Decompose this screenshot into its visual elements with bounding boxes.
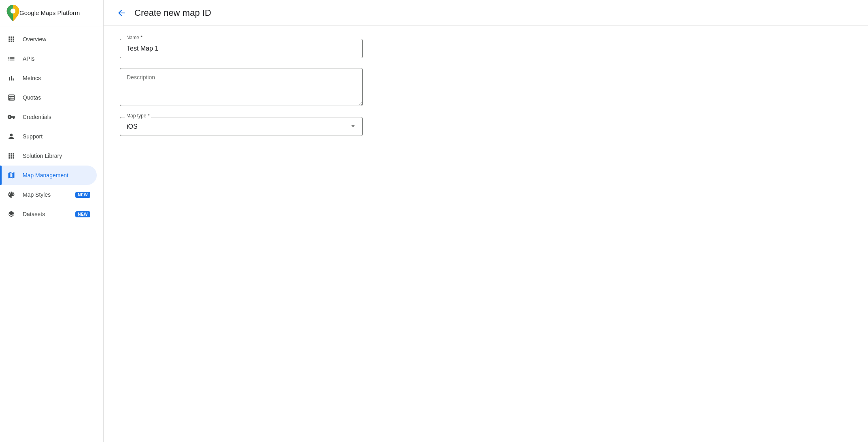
grid-icon [6, 34, 16, 44]
sidebar-item-label-metrics: Metrics [23, 75, 90, 81]
layers-icon [6, 209, 16, 219]
sidebar-item-label-apis: APIs [23, 55, 90, 62]
datasets-new-badge: NEW [75, 211, 90, 217]
sidebar-header: Google Maps Platform [0, 0, 103, 26]
name-label: Name * [125, 35, 144, 40]
map-styles-new-badge: NEW [75, 192, 90, 198]
app-title: Google Maps Platform [19, 9, 80, 17]
sidebar-item-label-quotas: Quotas [23, 94, 90, 101]
sidebar-item-map-styles[interactable]: Map Styles NEW [0, 185, 97, 204]
description-input[interactable] [120, 68, 363, 106]
sidebar-nav: Overview APIs Metrics Quotas [0, 26, 103, 442]
map-type-label: Map type * [125, 113, 151, 119]
map-type-select[interactable]: JavaScript Android iOS [120, 117, 363, 136]
palette-icon [6, 190, 16, 200]
sidebar: Google Maps Platform Overview APIs Metri… [0, 0, 104, 442]
sidebar-item-quotas[interactable]: Quotas [0, 88, 97, 107]
back-button[interactable] [113, 5, 130, 21]
list-icon [6, 54, 16, 64]
sidebar-item-label-support: Support [23, 133, 90, 140]
name-field-container: Name * [120, 39, 363, 58]
main-header: Create new map ID [104, 0, 868, 26]
form-area: Name * Map type * JavaScript Android iOS [104, 26, 868, 442]
sidebar-item-label-solution-library: Solution Library [23, 153, 90, 159]
google-maps-logo [6, 5, 19, 21]
sidebar-item-support[interactable]: Support [0, 127, 97, 146]
sidebar-item-solution-library[interactable]: Solution Library [0, 146, 97, 166]
map-type-select-wrapper: JavaScript Android iOS [120, 117, 363, 136]
sidebar-item-label-map-styles: Map Styles [23, 191, 72, 198]
form-container: Name * Map type * JavaScript Android iOS [120, 39, 363, 136]
sidebar-item-metrics[interactable]: Metrics [0, 68, 97, 88]
sidebar-item-datasets[interactable]: Datasets NEW [0, 204, 97, 224]
map-type-field-container: Map type * JavaScript Android iOS [120, 117, 363, 136]
name-input[interactable] [120, 39, 363, 58]
bar-chart-icon [6, 73, 16, 83]
main-content: Create new map ID Name * Map type * [104, 0, 868, 442]
sidebar-item-label-map-management: Map Management [23, 172, 90, 178]
sidebar-item-overview[interactable]: Overview [0, 30, 97, 49]
description-field-container [120, 68, 363, 107]
apps-icon [6, 151, 16, 161]
table-icon [6, 93, 16, 102]
back-arrow-icon [117, 8, 126, 18]
sidebar-item-map-management[interactable]: Map Management [0, 166, 97, 185]
sidebar-item-label-datasets: Datasets [23, 211, 72, 217]
person-icon [6, 132, 16, 141]
sidebar-item-label-credentials: Credentials [23, 114, 90, 120]
sidebar-item-credentials[interactable]: Credentials [0, 107, 97, 127]
map-icon [6, 170, 16, 180]
sidebar-item-label-overview: Overview [23, 36, 90, 42]
page-title: Create new map ID [134, 8, 211, 18]
sidebar-item-apis[interactable]: APIs [0, 49, 97, 68]
key-icon [6, 112, 16, 122]
svg-point-0 [11, 8, 15, 13]
